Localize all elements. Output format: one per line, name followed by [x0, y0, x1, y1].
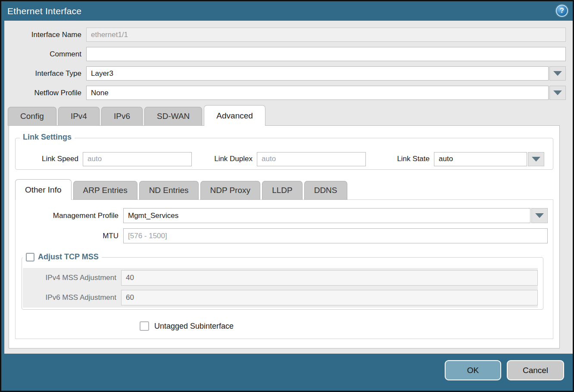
management-profile-label: Management Profile — [16, 212, 123, 220]
interface-name-field — [86, 28, 566, 42]
tab-ndp-proxy[interactable]: NDP Proxy — [200, 181, 261, 200]
comment-field[interactable] — [86, 47, 566, 61]
link-state-select[interactable] — [434, 152, 527, 166]
mtu-row: MTU — [16, 228, 548, 243]
link-state-label: Link State — [393, 155, 434, 163]
tab-arp-entries[interactable]: ARP Entries — [73, 181, 137, 200]
chevron-down-icon — [553, 90, 562, 95]
tab-sd-wan[interactable]: SD-WAN — [144, 107, 202, 126]
sub-tab-bar: Other Info ARP Entries ND Entries NDP Pr… — [15, 179, 553, 200]
adjust-tcp-mss-legend-text: Adjust TCP MSS — [38, 252, 99, 261]
help-icon[interactable]: ? — [556, 5, 568, 17]
netflow-profile-row: Netflow Profile — [4, 86, 566, 100]
untagged-subinterface-label: Untagged Subinterface — [154, 322, 234, 331]
comment-label: Comment — [4, 50, 86, 59]
untagged-subinterface-checkbox[interactable] — [140, 321, 149, 331]
tab-other-info[interactable]: Other Info — [15, 179, 72, 200]
netflow-profile-label: Netflow Profile — [4, 89, 86, 97]
management-profile-select[interactable] — [123, 208, 530, 223]
chevron-down-icon — [532, 157, 540, 162]
interface-name-label: Interface Name — [4, 31, 86, 39]
link-duplex-label: Link Duplex — [212, 155, 257, 163]
adjust-tcp-mss-fieldset: Adjust TCP MSS IPv4 MSS Adjustment IPv6 … — [22, 257, 543, 310]
management-profile-dropdown-button[interactable] — [531, 208, 548, 223]
ipv6-mss-row: IPv6 MSS Adjustment — [23, 290, 538, 305]
interface-name-row: Interface Name — [4, 28, 566, 42]
mss-disabled-panel: IPv4 MSS Adjustment IPv6 MSS Adjustment — [23, 268, 538, 308]
ipv4-mss-label: IPv4 MSS Adjustment — [23, 274, 121, 282]
advanced-tab-panel: Link Settings Link Speed Link Duplex Lin… — [9, 125, 560, 348]
netflow-profile-select[interactable] — [86, 86, 549, 100]
interface-type-select[interactable] — [86, 66, 549, 81]
tab-ipv4[interactable]: IPv4 — [58, 107, 100, 126]
ok-button[interactable]: OK — [445, 360, 501, 380]
ethernet-interface-dialog: Ethernet Interface ? Interface Name Comm… — [0, 0, 574, 392]
link-state-dropdown-button[interactable] — [528, 152, 544, 166]
netflow-profile-dropdown-button[interactable] — [549, 86, 566, 100]
ipv4-mss-field — [121, 270, 538, 286]
adjust-tcp-mss-checkbox[interactable] — [26, 253, 34, 261]
comment-row: Comment — [4, 47, 566, 61]
interface-type-row: Interface Type — [4, 66, 566, 81]
interface-type-label: Interface Type — [4, 69, 86, 78]
dialog-title: Ethernet Interface — [7, 6, 81, 16]
ipv6-mss-label: IPv6 MSS Adjustment — [23, 293, 121, 302]
untagged-subinterface-row: Untagged Subinterface — [140, 321, 548, 331]
link-speed-label: Link Speed — [22, 155, 83, 163]
adjust-tcp-mss-legend: Adjust TCP MSS — [23, 252, 102, 261]
cancel-button[interactable]: Cancel — [507, 360, 564, 380]
other-info-panel: Management Profile MTU — [15, 199, 553, 339]
chevron-down-icon — [553, 71, 562, 76]
interface-type-dropdown-button[interactable] — [549, 66, 566, 81]
mtu-label: MTU — [16, 232, 123, 240]
mtu-field[interactable] — [123, 228, 548, 243]
tab-lldp[interactable]: LLDP — [262, 181, 303, 200]
link-settings-legend: Link Settings — [20, 133, 75, 142]
tab-ddns[interactable]: DDNS — [304, 181, 347, 200]
main-tab-bar: Config IPv4 IPv6 SD-WAN Advanced — [4, 105, 566, 126]
tab-advanced[interactable]: Advanced — [204, 105, 265, 126]
management-profile-row: Management Profile — [16, 208, 548, 223]
ipv6-mss-field — [121, 290, 538, 305]
tab-ipv6[interactable]: IPv6 — [101, 107, 143, 126]
chevron-down-icon — [535, 213, 544, 218]
tab-config[interactable]: Config — [8, 107, 56, 126]
link-settings-fieldset: Link Settings Link Speed Link Duplex Lin… — [15, 138, 553, 170]
link-duplex-field[interactable] — [257, 152, 366, 166]
dialog-footer: OK Cancel — [1, 354, 573, 391]
ipv4-mss-row: IPv4 MSS Adjustment — [23, 270, 538, 286]
link-speed-field[interactable] — [83, 152, 192, 166]
dialog-titlebar: Ethernet Interface ? — [1, 1, 573, 21]
tab-nd-entries[interactable]: ND Entries — [139, 181, 199, 200]
dialog-body: Interface Name Comment Interface Type Ne… — [1, 21, 573, 354]
